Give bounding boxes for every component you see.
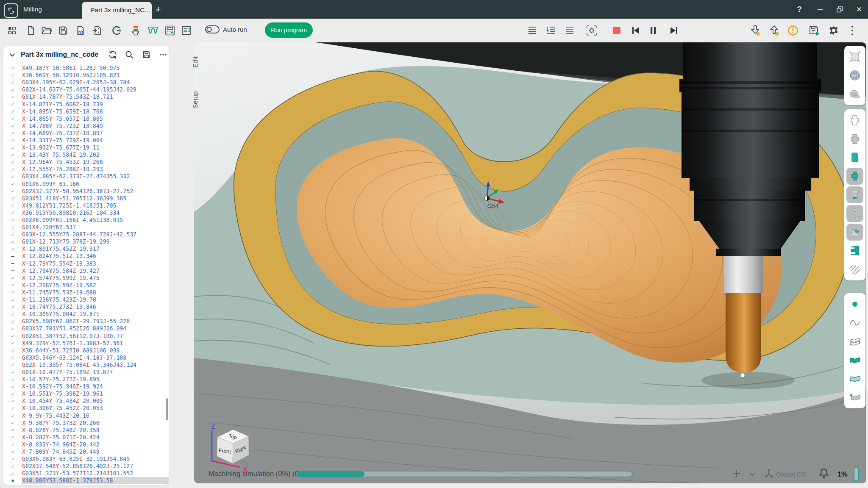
- nc-code-row[interactable]: –X-12.704Y75.584Z-19.427: [3, 267, 169, 274]
- nc-code-row[interactable]: ✓X49.187Y-50.986I-1.28J-50.975: [3, 64, 169, 72]
- nc-code-row[interactable]: ✓G03X51.418Y-51.705I12.36J99.385: [3, 195, 169, 202]
- machining-3d-viewport[interactable]: G54 Top Front Right Z X: [194, 42, 866, 483]
- nc-code-row[interactable]: ✓G01X-14.787Y-75.543Z-18.721: [3, 93, 169, 100]
- nc-code-row[interactable]: ✓X-7.809Y-74.845Z-20.449: [3, 448, 169, 455]
- mesh-sphere-button[interactable]: [846, 66, 864, 85]
- nc-code-row[interactable]: ●X48.886Y53.588I-1.378J53.58: [3, 477, 169, 484]
- gcode-settings-button[interactable]: [109, 23, 124, 38]
- nc-code-row[interactable]: ✓G02X-10.305Y-75.084I-45.346J43.124: [3, 361, 169, 369]
- open-file-button[interactable]: [39, 23, 54, 38]
- path-curve-button[interactable]: [846, 313, 864, 332]
- nc-program-file-button[interactable]: N1: [73, 23, 88, 38]
- nc-code-row[interactable]: ✓X36.669Y-50.129I0.952J105.823: [3, 72, 169, 79]
- workpiece-outline-button[interactable]: [846, 111, 864, 130]
- save-program-button[interactable]: [141, 48, 152, 61]
- nc-code-row[interactable]: ✓X-10.308Y-75.452Z-20.053: [3, 405, 169, 412]
- nc-code-row[interactable]: –X-12.79Y75.554Z-19.383: [3, 260, 169, 267]
- workpiece-solid-button[interactable]: [846, 130, 864, 148]
- cs-selector-label[interactable]: Global CS: [776, 470, 806, 479]
- nc-code-row[interactable]: ✓X36.915Y50.898I0.216J-104.334: [3, 209, 169, 216]
- nc-code-row[interactable]: ✓G02X51.387Y52.56I12.07J-100.77: [3, 332, 169, 339]
- tab-edit[interactable]: Edit: [192, 53, 204, 71]
- minimize-button[interactable]: [813, 0, 827, 19]
- nc-code-row[interactable]: ✓X-12.574Y75.599Z-19.475: [3, 274, 169, 282]
- surface-marked-button[interactable]: [846, 388, 864, 407]
- stock-bounds-button[interactable]: [846, 47, 864, 66]
- nc-code-row[interactable]: ✓G03X4.885Y-62.373I-27.474J55.332: [3, 173, 169, 180]
- nc-code-row[interactable]: ✓G01X-10.477Y-75.189Z-19.877: [3, 369, 169, 376]
- stop-button[interactable]: [609, 23, 624, 38]
- coordinate-system-button[interactable]: [763, 468, 775, 480]
- download-notifications-button[interactable]: [748, 23, 762, 38]
- nc-code-row[interactable]: ✓G03X51.373Y-53.577I12.214J101.552: [3, 470, 169, 477]
- settings-button[interactable]: [826, 23, 841, 38]
- nc-code-row[interactable]: ✓G03X-12.555Y75.288I-44.728J-42.537: [3, 231, 169, 238]
- machine-button[interactable]: [163, 23, 177, 38]
- nc-code-row[interactable]: ✓X-8.282Y-75.071Z-20.424: [3, 434, 169, 441]
- nc-code-row[interactable]: ✓X-10.551Y-75.398Z-19.961: [3, 390, 169, 397]
- nc-code-row[interactable]: ✓X-10.74Y75.273Z-19.846: [3, 303, 169, 311]
- panel-menu-button[interactable]: [157, 48, 169, 61]
- nc-code-row[interactable]: ✓X-12.555Y-75.288Z-19.293: [3, 166, 169, 173]
- overflow-menu-button[interactable]: [845, 23, 860, 38]
- nc-code-row[interactable]: ✓X-11.745Y75.53Z-19.688: [3, 289, 169, 296]
- nc-code-row[interactable]: –X-12.824Y75.51Z-19.346: [3, 252, 169, 260]
- nc-code-row[interactable]: ✓X49.812Y51.725I-1.418J51.705: [3, 202, 169, 209]
- restore-button[interactable]: [832, 0, 847, 19]
- nc-code-row[interactable]: ✓X-14.895Y-75.659Z-18.768: [3, 108, 169, 115]
- close-window-button[interactable]: ✕: [852, 0, 866, 19]
- apps-grid-button[interactable]: [5, 23, 19, 38]
- zoom-indicator[interactable]: [854, 467, 859, 481]
- nc-code-row[interactable]: ✓X-9.387Y-75.373Z-20.266: [3, 419, 169, 427]
- surface-shaded-button[interactable]: [846, 351, 864, 369]
- skip-to-start-button[interactable]: [629, 23, 643, 38]
- nc-code-row[interactable]: ✓X-13.902Y-75.677Z-19.11: [3, 144, 169, 151]
- auto-run-control[interactable]: Auto run: [205, 25, 247, 33]
- solid-part-button[interactable]: [846, 85, 864, 103]
- nc-code-row[interactable]: ✓X-11.238Y75.423Z-19.78: [3, 296, 169, 303]
- machine-sim-button[interactable]: [846, 241, 864, 260]
- surface-blend-button[interactable]: [846, 369, 864, 388]
- nc-code-row[interactable]: ✓G03X37.701Y51.852I26.889J26.094: [3, 325, 169, 332]
- nc-code-row[interactable]: ✓X-14.669Y-75.737Z-18.897: [3, 130, 169, 137]
- nc-code-list[interactable]: ✓X49.187Y-50.986I-1.28J-50.975✓X36.669Y-…: [3, 64, 169, 484]
- nc-code-row[interactable]: ✓G02X6.099Y61.166I-4.451J38.015: [3, 216, 169, 224]
- add-cs-button[interactable]: [731, 468, 743, 480]
- nc-code-row[interactable]: ✓X-13.43Y-75.584Z-19.202: [3, 151, 169, 158]
- help-button[interactable]: ?: [792, 0, 807, 19]
- simulation-settings-button[interactable]: [584, 23, 599, 38]
- surfaces-all-button[interactable]: [846, 332, 864, 351]
- nc-code-row[interactable]: ✓G01X-12.713Y75.378Z-19.299: [3, 238, 169, 245]
- collapse-panel-button[interactable]: [7, 48, 18, 61]
- notifications-button[interactable]: [818, 467, 830, 479]
- nc-code-row[interactable]: ✓X49.379Y-52.576I-1.388J-52.561: [3, 340, 169, 347]
- nc-code-row[interactable]: ✓G01X6.099Y-61.166: [3, 180, 169, 188]
- nc-code-row[interactable]: ✓X-10.305Y75.084Z-19.871: [3, 311, 169, 318]
- pause-button[interactable]: [646, 23, 660, 38]
- skip-to-end-button[interactable]: [667, 23, 681, 38]
- refresh-program-button[interactable]: [107, 48, 118, 61]
- tools-button[interactable]: [146, 23, 160, 38]
- nc-code-row[interactable]: ✓X-14.865Y-75.697Z-18.805: [3, 115, 169, 122]
- tool-button[interactable]: [846, 205, 863, 222]
- search-in-program-button[interactable]: [123, 48, 135, 61]
- save-and-run-button[interactable]: [807, 23, 822, 38]
- nc-code-row[interactable]: ✓X-8.828Y-75.248Z-20.358: [3, 427, 169, 434]
- nc-code-row[interactable]: ✓G02X37.548Y-52.858I26.402J-25.127: [3, 463, 169, 470]
- nc-code-row[interactable]: ✓X-14.788Y-75.723Z-18.849: [3, 122, 169, 130]
- nc-code-row[interactable]: ✓G03X5.346Y-63.124I-4.18J-37.188: [3, 354, 169, 361]
- nc-code-row[interactable]: ✓X-10.57Y-75.277Z-19.895: [3, 376, 169, 383]
- nc-code-row[interactable]: ✓X-14.331Y-75.729Z-19.004: [3, 137, 169, 144]
- nc-code-row[interactable]: ✓G03X4.195Y-62.029I-4.205J-38.784: [3, 79, 169, 86]
- tab-milling[interactable]: Milling: [19, 0, 82, 19]
- app-logo-icon[interactable]: [4, 3, 18, 18]
- upload-notifications-button[interactable]: [767, 23, 782, 38]
- nc-code-row[interactable]: ✓X-10.592Y-75.346Z-19.924: [3, 383, 169, 390]
- toolpath-display-button[interactable]: [846, 260, 864, 279]
- current-point-button[interactable]: [846, 295, 864, 313]
- cs-dropdown-button[interactable]: [748, 469, 757, 479]
- tab-document-active[interactable]: Part 3x milling_NC... ✕: [82, 2, 152, 19]
- save-file-button[interactable]: [56, 23, 70, 38]
- stock-solid-button[interactable]: [846, 148, 864, 167]
- nc-code-row[interactable]: ✓X-9.9Y-75.443Z-20.16: [3, 412, 169, 419]
